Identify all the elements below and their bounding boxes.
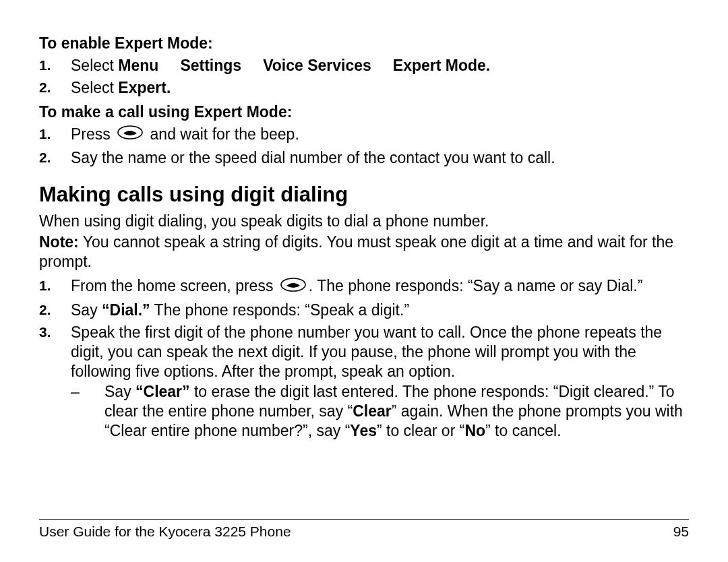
clear-bold-2: Clear [353, 402, 392, 420]
yes-bold: Yes [350, 422, 377, 439]
footer: User Guide for the Kyocera 3225 Phone 95 [39, 519, 689, 540]
list-item: 3. Speak the first digit of the phone nu… [39, 323, 689, 441]
make-call-expert-heading: To make a call using Expert Mode: [39, 102, 689, 122]
item-number: 2. [39, 79, 51, 96]
item-text: Say [71, 301, 102, 319]
item-text: Press [71, 125, 115, 143]
note-label: Note: [39, 233, 79, 251]
expert-bold: Expert. [118, 79, 171, 96]
list-item: 1. Press and wait for the beep. [39, 125, 689, 146]
sublist-item: – Say “Clear” to erase the digit last en… [71, 382, 689, 441]
item-text-after: The phone responds: “Speak a digit.” [150, 301, 409, 319]
sub-text: Say [104, 383, 135, 400]
dash-marker: – [71, 382, 80, 402]
no-bold: No [464, 422, 485, 439]
enable-expert-list: 1. Select MenuSettingsVoice ServicesExpe… [39, 56, 689, 98]
item-text-after: and wait for the beep. [146, 125, 299, 143]
item-number: 2. [39, 301, 51, 319]
settings-bold: Settings [180, 57, 241, 74]
item-text: Select [71, 57, 118, 74]
call-button-icon [117, 125, 143, 144]
clear-bold: “Clear” [135, 383, 190, 400]
call-button-icon [280, 277, 306, 296]
digit-dialing-note: Note: You cannot speak a string of digit… [39, 232, 689, 272]
item-number: 1. [39, 277, 51, 294]
options-sublist: – Say “Clear” to erase the digit last en… [71, 382, 689, 441]
item-number: 2. [39, 149, 51, 166]
item-text: Select [71, 79, 118, 96]
item-text: Speak the first digit of the phone numbe… [71, 323, 662, 380]
dial-bold: “Dial.” [102, 301, 150, 319]
list-item: 1. Select MenuSettingsVoice ServicesExpe… [39, 56, 689, 75]
list-item: 2. Select Expert. [39, 78, 689, 98]
item-text-after: . The phone responds: “Say a name or say… [309, 277, 643, 294]
digit-dialing-list: 1. From the home screen, press . The pho… [39, 276, 689, 441]
make-call-expert-list: 1. Press and wait for the beep. 2. Say t… [39, 125, 689, 168]
item-number: 3. [39, 323, 51, 341]
sub-text: ” to cancel. [485, 422, 562, 439]
voice-services-bold: Voice Services [263, 57, 371, 74]
list-item: 2. Say the name or the speed dial number… [39, 148, 689, 168]
item-text: Say the name or the speed dial number of… [71, 149, 555, 166]
digit-dialing-intro: When using digit dialing, you speak digi… [39, 212, 689, 231]
item-number: 1. [39, 125, 51, 143]
item-text: From the home screen, press [71, 277, 278, 294]
list-item: 1. From the home screen, press . The pho… [39, 276, 689, 297]
menu-bold: Menu [118, 57, 158, 74]
list-item: 2. Say “Dial.” The phone responds: “Spea… [39, 301, 689, 320]
item-number: 1. [39, 57, 51, 74]
sub-text: ” to clear or “ [377, 422, 464, 439]
expert-mode-bold: Expert Mode. [393, 57, 490, 74]
enable-expert-heading: To enable Expert Mode: [39, 34, 689, 53]
digit-dialing-heading: Making calls using digit dialing [39, 181, 689, 208]
footer-title: User Guide for the Kyocera 3225 Phone [39, 523, 291, 540]
note-text: You cannot speak a string of digits. You… [39, 233, 673, 270]
footer-page-number: 95 [673, 523, 689, 540]
